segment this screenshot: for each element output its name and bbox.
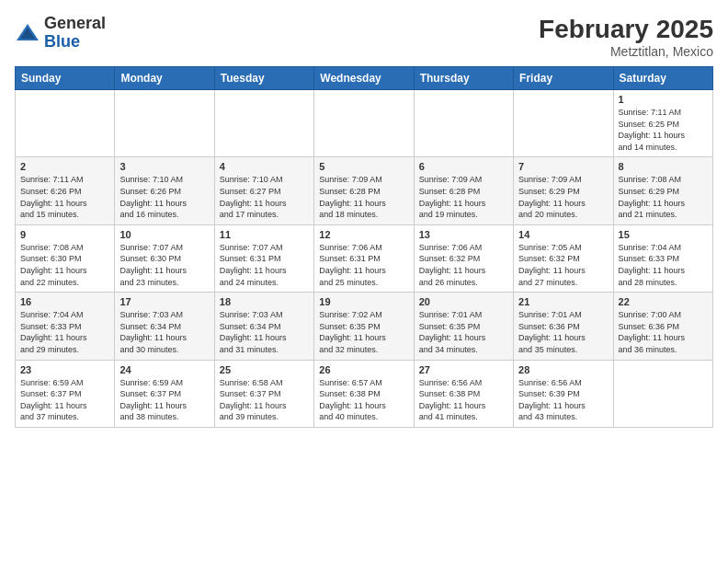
day-info: Sunrise: 7:03 AM Sunset: 6:34 PM Dayligh… [119, 309, 209, 355]
day-number: 8 [619, 161, 708, 172]
calendar-week-row: 9Sunrise: 7:08 AM Sunset: 6:30 PM Daylig… [16, 224, 713, 292]
calendar-day-cell: 8Sunrise: 7:08 AM Sunset: 6:29 PM Daylig… [613, 157, 712, 224]
day-info: Sunrise: 7:07 AM Sunset: 6:30 PM Dayligh… [119, 242, 209, 288]
day-number: 6 [419, 161, 508, 172]
day-info: Sunrise: 6:56 AM Sunset: 6:38 PM Dayligh… [419, 377, 508, 423]
calendar-day-cell: 15Sunrise: 7:04 AM Sunset: 6:33 PM Dayli… [613, 224, 712, 292]
day-info: Sunrise: 6:57 AM Sunset: 6:38 PM Dayligh… [319, 377, 408, 423]
logo-general-text: General [44, 15, 106, 33]
calendar-day-cell: 16Sunrise: 7:04 AM Sunset: 6:33 PM Dayli… [16, 293, 115, 360]
day-number: 7 [518, 161, 608, 172]
calendar-day-cell: 27Sunrise: 6:56 AM Sunset: 6:38 PM Dayli… [414, 360, 513, 427]
calendar-week-row: 2Sunrise: 7:11 AM Sunset: 6:26 PM Daylig… [16, 157, 713, 224]
calendar-day-cell: 5Sunrise: 7:09 AM Sunset: 6:28 PM Daylig… [314, 157, 414, 224]
calendar-day-cell: 4Sunrise: 7:10 AM Sunset: 6:27 PM Daylig… [214, 157, 313, 224]
calendar-day-cell: 19Sunrise: 7:02 AM Sunset: 6:35 PM Dayli… [314, 293, 414, 360]
calendar-day-cell: 2Sunrise: 7:11 AM Sunset: 6:26 PM Daylig… [16, 157, 115, 224]
day-number: 5 [319, 161, 408, 172]
calendar-table: SundayMondayTuesdayWednesdayThursdayFrid… [15, 66, 713, 428]
day-number: 11 [220, 229, 309, 240]
day-number: 4 [220, 161, 309, 172]
logo-icon [15, 20, 40, 46]
calendar-day-cell: 12Sunrise: 7:06 AM Sunset: 6:31 PM Dayli… [314, 224, 414, 292]
logo-blue-text: Blue [44, 33, 106, 52]
calendar-day-cell [514, 90, 613, 157]
day-of-week-header: Saturday [613, 67, 712, 90]
calendar-day-cell [115, 90, 214, 157]
calendar-day-cell [214, 90, 313, 157]
day-info: Sunrise: 7:04 AM Sunset: 6:33 PM Dayligh… [20, 309, 109, 355]
day-info: Sunrise: 7:10 AM Sunset: 6:27 PM Dayligh… [220, 174, 309, 220]
day-info: Sunrise: 7:11 AM Sunset: 6:26 PM Dayligh… [20, 174, 109, 220]
calendar-day-cell: 17Sunrise: 7:03 AM Sunset: 6:34 PM Dayli… [115, 293, 214, 360]
day-number: 23 [20, 364, 109, 375]
day-number: 18 [220, 296, 309, 307]
day-number: 9 [20, 229, 109, 240]
calendar-day-cell: 11Sunrise: 7:07 AM Sunset: 6:31 PM Dayli… [214, 224, 313, 292]
day-number: 2 [20, 161, 109, 172]
logo: General Blue [15, 15, 106, 52]
calendar-day-cell: 18Sunrise: 7:03 AM Sunset: 6:34 PM Dayli… [214, 293, 313, 360]
day-info: Sunrise: 7:05 AM Sunset: 6:32 PM Dayligh… [518, 242, 608, 288]
calendar-day-cell [16, 90, 115, 157]
calendar-day-cell: 9Sunrise: 7:08 AM Sunset: 6:30 PM Daylig… [16, 224, 115, 292]
day-info: Sunrise: 6:59 AM Sunset: 6:37 PM Dayligh… [20, 377, 109, 423]
location-subtitle: Metztitlan, Mexico [539, 44, 713, 59]
calendar-week-row: 16Sunrise: 7:04 AM Sunset: 6:33 PM Dayli… [16, 293, 713, 360]
day-info: Sunrise: 6:59 AM Sunset: 6:37 PM Dayligh… [119, 377, 209, 423]
day-info: Sunrise: 7:01 AM Sunset: 6:35 PM Dayligh… [419, 309, 508, 355]
day-info: Sunrise: 7:10 AM Sunset: 6:26 PM Dayligh… [119, 174, 209, 220]
title-block: February 2025 Metztitlan, Mexico [539, 15, 713, 59]
day-info: Sunrise: 7:04 AM Sunset: 6:33 PM Dayligh… [619, 242, 708, 288]
calendar-day-cell: 25Sunrise: 6:58 AM Sunset: 6:37 PM Dayli… [214, 360, 313, 427]
day-info: Sunrise: 6:56 AM Sunset: 6:39 PM Dayligh… [518, 377, 608, 423]
calendar-day-cell: 1Sunrise: 7:11 AM Sunset: 6:25 PM Daylig… [613, 90, 712, 157]
calendar-day-cell: 28Sunrise: 6:56 AM Sunset: 6:39 PM Dayli… [514, 360, 613, 427]
calendar-day-cell: 13Sunrise: 7:06 AM Sunset: 6:32 PM Dayli… [414, 224, 513, 292]
calendar-week-row: 1Sunrise: 7:11 AM Sunset: 6:25 PM Daylig… [16, 90, 713, 157]
page-header: General Blue February 2025 Metztitlan, M… [15, 15, 713, 59]
day-number: 22 [619, 296, 708, 307]
calendar-day-cell [414, 90, 513, 157]
day-info: Sunrise: 7:09 AM Sunset: 6:28 PM Dayligh… [419, 174, 508, 220]
day-number: 24 [119, 364, 209, 375]
calendar-day-cell [314, 90, 414, 157]
day-number: 21 [518, 296, 608, 307]
day-info: Sunrise: 7:03 AM Sunset: 6:34 PM Dayligh… [220, 309, 309, 355]
day-info: Sunrise: 7:07 AM Sunset: 6:31 PM Dayligh… [220, 242, 309, 288]
calendar-day-cell: 20Sunrise: 7:01 AM Sunset: 6:35 PM Dayli… [414, 293, 513, 360]
day-number: 17 [119, 296, 209, 307]
day-info: Sunrise: 7:09 AM Sunset: 6:29 PM Dayligh… [518, 174, 608, 220]
day-of-week-header: Monday [115, 67, 214, 90]
day-number: 19 [319, 296, 408, 307]
day-info: Sunrise: 6:58 AM Sunset: 6:37 PM Dayligh… [220, 377, 309, 423]
day-info: Sunrise: 7:08 AM Sunset: 6:29 PM Dayligh… [619, 174, 708, 220]
day-of-week-header: Friday [514, 67, 613, 90]
calendar-day-cell: 3Sunrise: 7:10 AM Sunset: 6:26 PM Daylig… [115, 157, 214, 224]
calendar-header-row: SundayMondayTuesdayWednesdayThursdayFrid… [16, 67, 713, 90]
day-number: 15 [619, 229, 708, 240]
day-info: Sunrise: 7:09 AM Sunset: 6:28 PM Dayligh… [319, 174, 408, 220]
day-info: Sunrise: 7:11 AM Sunset: 6:25 PM Dayligh… [619, 107, 708, 153]
calendar-day-cell: 14Sunrise: 7:05 AM Sunset: 6:32 PM Dayli… [514, 224, 613, 292]
day-number: 12 [319, 229, 408, 240]
day-number: 27 [419, 364, 508, 375]
day-info: Sunrise: 7:00 AM Sunset: 6:36 PM Dayligh… [619, 309, 708, 355]
calendar-day-cell: 24Sunrise: 6:59 AM Sunset: 6:37 PM Dayli… [115, 360, 214, 427]
day-number: 13 [419, 229, 508, 240]
calendar-day-cell [613, 360, 712, 427]
calendar-day-cell: 21Sunrise: 7:01 AM Sunset: 6:36 PM Dayli… [514, 293, 613, 360]
day-number: 14 [518, 229, 608, 240]
calendar-day-cell: 23Sunrise: 6:59 AM Sunset: 6:37 PM Dayli… [16, 360, 115, 427]
day-info: Sunrise: 7:06 AM Sunset: 6:31 PM Dayligh… [319, 242, 408, 288]
day-of-week-header: Tuesday [214, 67, 313, 90]
day-number: 10 [119, 229, 209, 240]
calendar-day-cell: 22Sunrise: 7:00 AM Sunset: 6:36 PM Dayli… [613, 293, 712, 360]
day-of-week-header: Wednesday [314, 67, 414, 90]
day-info: Sunrise: 7:06 AM Sunset: 6:32 PM Dayligh… [419, 242, 508, 288]
day-number: 20 [419, 296, 508, 307]
calendar-day-cell: 6Sunrise: 7:09 AM Sunset: 6:28 PM Daylig… [414, 157, 513, 224]
calendar-day-cell: 10Sunrise: 7:07 AM Sunset: 6:30 PM Dayli… [115, 224, 214, 292]
day-number: 3 [119, 161, 209, 172]
calendar-day-cell: 7Sunrise: 7:09 AM Sunset: 6:29 PM Daylig… [514, 157, 613, 224]
